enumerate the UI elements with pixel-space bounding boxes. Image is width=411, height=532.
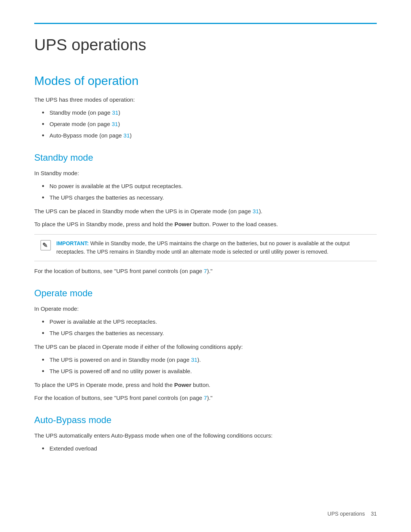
list-item: Auto-Bypass mode (on page 31): [42, 131, 377, 140]
autobypass-bullet-list: Extended overload: [34, 444, 377, 453]
important-content: While in Standby mode, the UPS maintains…: [56, 240, 350, 255]
operate-page-link[interactable]: 31: [112, 121, 118, 127]
standby-para3: For the location of buttons, see "UPS fr…: [34, 267, 377, 276]
autobypass-page-link[interactable]: 31: [123, 132, 130, 139]
standby-mode-title: Standby mode: [34, 152, 377, 163]
modes-of-operation-title: Modes of operation: [34, 73, 377, 88]
footer-page-number: 31: [368, 511, 377, 517]
operate-bullet-list: Power is available at the UPS receptacle…: [34, 317, 377, 338]
operate-panel-link[interactable]: 7: [204, 395, 207, 401]
power-bold: Power: [175, 221, 192, 227]
operate-para1: The UPS can be placed in Operate mode if…: [34, 342, 377, 351]
modes-intro: The UPS has three modes of operation:: [34, 95, 377, 104]
standby-intro: In Standby mode:: [34, 169, 377, 178]
standby-para2: To place the UPS in Standby mode, press …: [34, 220, 377, 229]
operate-mode-section: Operate mode In Operate mode: Power is a…: [34, 287, 377, 403]
important-box: ✎ IMPORTANT: While in Standby mode, the …: [34, 234, 377, 261]
autobypass-intro: The UPS automatically enters Auto-Bypass…: [34, 431, 377, 440]
svg-text:✎: ✎: [42, 242, 48, 249]
operate-standby-link[interactable]: 31: [191, 356, 198, 363]
modes-bullet-list: Standby mode (on page 31) Operate mode (…: [34, 108, 377, 140]
operate-conditions-list: The UPS is powered on and in Standby mod…: [34, 355, 377, 376]
standby-operate-link[interactable]: 31: [253, 208, 259, 214]
important-icon: ✎: [40, 240, 51, 251]
list-item: No power is available at the UPS output …: [42, 182, 377, 191]
important-label: IMPORTANT:: [56, 240, 90, 246]
operate-mode-title: Operate mode: [34, 287, 377, 299]
footer-section-label: UPS operations: [328, 511, 365, 517]
operate-para3: For the location of buttons, see "UPS fr…: [34, 393, 377, 403]
page-footer: UPS operations 31: [328, 511, 377, 517]
operate-power-bold: Power: [174, 382, 191, 388]
list-item: The UPS charges the batteries as necessa…: [42, 193, 377, 202]
modes-of-operation-section: Modes of operation The UPS has three mod…: [34, 73, 377, 140]
standby-page-link[interactable]: 31: [112, 109, 118, 116]
list-item: Operate mode (on page 31): [42, 120, 377, 129]
operate-para2: To place the UPS in Operate mode, press …: [34, 380, 377, 390]
standby-mode-section: Standby mode In Standby mode: No power i…: [34, 152, 377, 276]
list-item: The UPS charges the batteries as necessa…: [42, 329, 377, 338]
standby-panel-link[interactable]: 7: [204, 268, 207, 274]
list-item: Standby mode (on page 31): [42, 108, 377, 117]
list-item: The UPS is powered on and in Standby mod…: [42, 355, 377, 364]
standby-bullet-list: No power is available at the UPS output …: [34, 182, 377, 202]
list-item: Power is available at the UPS receptacle…: [42, 317, 377, 326]
autobypass-mode-section: Auto-Bypass mode The UPS automatically e…: [34, 414, 377, 453]
top-border: [34, 23, 377, 24]
footer-text: UPS operations 31: [328, 511, 377, 517]
list-item: The UPS is powered off and no utility po…: [42, 367, 377, 376]
important-text: IMPORTANT: While in Standby mode, the UP…: [56, 239, 371, 256]
list-item: Extended overload: [42, 444, 377, 453]
operate-intro: In Operate mode:: [34, 304, 377, 313]
standby-para1: The UPS can be placed in Standby mode wh…: [34, 207, 377, 216]
page-title: UPS operations: [34, 35, 377, 54]
autobypass-mode-title: Auto-Bypass mode: [34, 414, 377, 426]
